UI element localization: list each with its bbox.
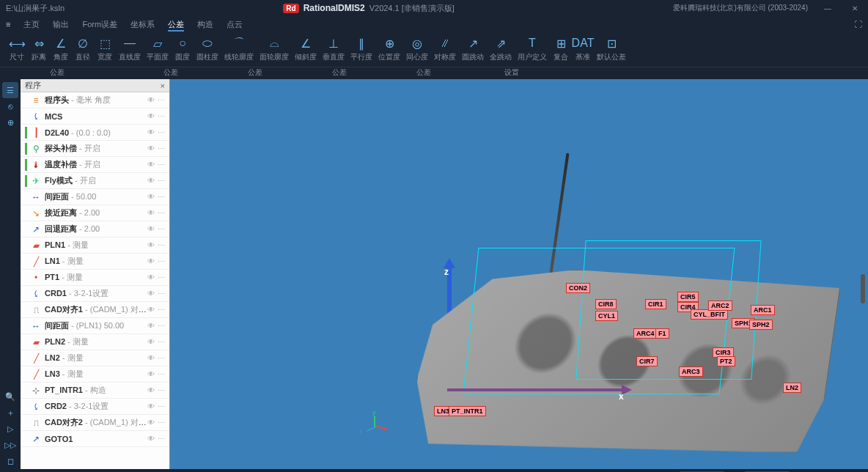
visibility-icon[interactable]: 👁 [147,128,155,136]
stop-icon[interactable]: ◻ [2,453,18,469]
menu-item-1[interactable]: 输出 [53,20,69,30]
tree-item-PT_INTR1[interactable]: ⊹PT_INTR1 - 构造👁⋯ [21,383,169,399]
ribbon-对称度[interactable]: ⫽对称度 [431,35,459,62]
3d-viewport[interactable]: z x CON2CIR8CYL1CIR1CIR5CIR4CYL_BFITARC2… [170,79,868,469]
more-icon[interactable]: ⋯ [158,241,165,249]
tree-item-PLN2[interactable]: ▰PLN2 - 测量👁⋯ [21,334,169,350]
tree-item-GOTO1[interactable]: ↗GOTO1👁⋯ [21,431,169,447]
more-icon[interactable]: ⋯ [158,96,165,104]
visibility-icon[interactable]: 👁 [147,225,155,233]
visibility-icon[interactable]: 👁 [147,209,155,217]
more-icon[interactable]: ⋯ [158,370,165,378]
ribbon-位置度[interactable]: ⊕位置度 [375,35,403,62]
feature-label-ARC2[interactable]: ARC2 [708,300,732,311]
ribbon-同心度[interactable]: ◎同心度 [403,35,431,62]
feature-label-ARC3[interactable]: ARC3 [679,366,703,377]
feature-label-CON2[interactable]: CON2 [566,283,590,293]
menu-item-0[interactable]: 主页 [23,20,40,30]
menu-right-icon[interactable]: ⛶ [854,20,862,29]
ribbon-角度[interactable]: ∠角度 [50,35,72,62]
ribbon-直线度[interactable]: —直线度 [116,35,144,62]
visibility-icon[interactable]: 👁 [147,435,155,443]
ribbon-复合[interactable]: ⊞复合 [550,35,572,62]
ribbon-垂直度[interactable]: ⊥垂直度 [320,35,347,62]
more-icon[interactable]: ⋯ [158,144,165,152]
tree-item-CAD对齐2[interactable]: ⎍CAD对齐2 - (CADM_1) 对齐于 (CRD2)👁⋯ [21,415,169,431]
more-icon[interactable]: ⋯ [158,193,165,201]
tree-item-温度补偿[interactable]: 🌡温度补偿 - 开启👁⋯ [21,157,169,173]
tree-item-PLN1[interactable]: ▰PLN1 - 测量👁⋯ [21,237,169,254]
step-icon[interactable]: ▷▷ [2,437,18,453]
more-icon[interactable]: ⋯ [158,257,165,265]
more-icon[interactable]: ⋯ [158,338,165,346]
menu-hamburger[interactable]: ≡ [6,20,10,29]
tree-icon[interactable]: ⎋ [2,98,18,114]
ribbon-圆跳动[interactable]: ↗圆跳动 [459,35,487,62]
add-icon[interactable]: ＋ [2,405,18,421]
ribbon-直径[interactable]: ∅直径 [72,35,94,62]
more-icon[interactable]: ⋯ [158,322,165,330]
tree-close-button[interactable]: × [161,81,165,90]
ribbon-全跳动[interactable]: ⇗全跳动 [487,35,515,62]
ribbon-线轮廓度[interactable]: ⌒线轮廓度 [221,35,257,62]
feature-label-LN2[interactable]: LN2 [783,383,801,393]
visibility-icon[interactable]: 👁 [147,193,155,201]
visibility-icon[interactable]: 👁 [147,144,155,152]
menu-item-5[interactable]: 构造 [197,20,213,30]
menu-item-6[interactable]: 点云 [227,20,243,30]
more-icon[interactable]: ⋯ [158,209,165,217]
feature-label-CIR5[interactable]: CIR5 [677,292,699,302]
menu-item-4[interactable]: 公差 [168,20,184,32]
tree-item-回退距离[interactable]: ↗回退距离 - 2.00👁⋯ [21,221,169,237]
ribbon-尺寸[interactable]: ⟷尺寸 [6,35,28,62]
visibility-icon[interactable]: 👁 [147,306,155,314]
visibility-icon[interactable]: 👁 [147,354,155,362]
more-icon[interactable]: ⋯ [158,161,165,169]
feature-label-PT2[interactable]: PT2 [717,356,735,366]
more-icon[interactable]: ⋯ [158,354,165,362]
ribbon-基准[interactable]: DAT基准 [572,35,594,62]
visibility-icon[interactable]: 👁 [147,370,155,378]
visibility-icon[interactable]: 👁 [147,402,155,410]
tree-item-LN1[interactable]: ╱LN1 - 测量👁⋯ [21,254,169,270]
feature-label-CIR8[interactable]: CIR8 [595,299,617,309]
more-icon[interactable]: ⋯ [158,177,165,185]
feature-label-SPH2[interactable]: SPH2 [749,320,773,330]
tree-item-CRD1[interactable]: ⤹CRD1 - 3-2-1设置👁⋯ [21,286,169,302]
ribbon-距离[interactable]: ⇔距离 [28,35,50,62]
more-icon[interactable]: ⋯ [158,273,165,281]
visibility-icon[interactable]: 👁 [147,112,155,120]
cloud-icon[interactable]: ⊕ [2,114,18,130]
more-icon[interactable]: ⋯ [158,386,165,394]
tree-item-间距面[interactable]: ↔间距面 - 50.00👁⋯ [21,189,169,205]
more-icon[interactable]: ⋯ [158,306,165,314]
tree-list[interactable]: ≡程序头 - 毫米 角度👁⋯⤹MCS👁⋯┃D2L40 - (0.0 : 0.0)… [21,92,169,469]
scrollbar[interactable] [861,274,865,303]
visibility-icon[interactable]: 👁 [147,322,155,330]
ribbon-默认公差[interactable]: ⊡默认公差 [594,35,629,62]
close-button[interactable]: ✕ [847,4,862,12]
tree-item-MCS[interactable]: ⤹MCS👁⋯ [21,108,169,125]
more-icon[interactable]: ⋯ [158,418,165,427]
visibility-icon[interactable]: 👁 [147,241,155,249]
visibility-icon[interactable]: 👁 [147,418,155,427]
ribbon-倾斜度[interactable]: ∠倾斜度 [292,35,320,62]
ribbon-圆度[interactable]: ○圆度 [172,35,194,62]
search-icon[interactable]: 🔍 [2,388,18,405]
visibility-icon[interactable]: 👁 [147,290,155,298]
visibility-icon[interactable]: 👁 [147,386,155,394]
ribbon-平行度[interactable]: ∥平行度 [347,35,375,62]
visibility-icon[interactable]: 👁 [147,273,155,281]
tree-item-CAD对齐1[interactable]: ⎍CAD对齐1 - (CADM_1) 对齐于 (CRD1)👁⋯ [21,302,169,318]
tree-item-程序头[interactable]: ≡程序头 - 毫米 角度👁⋯ [21,92,169,108]
feature-label-CIR7[interactable]: CIR7 [636,356,658,366]
ribbon-圆柱度[interactable]: ⬭圆柱度 [194,35,221,62]
visibility-icon[interactable]: 👁 [147,96,155,104]
visibility-icon[interactable]: 👁 [147,177,155,185]
ribbon-宽度[interactable]: ⬚宽度 [94,35,116,62]
tree-item-Fly模式[interactable]: ✈Fly模式 - 开启👁⋯ [21,173,169,189]
orientation-gizmo[interactable]: x y z [361,413,387,440]
more-icon[interactable]: ⋯ [158,402,165,410]
feature-label-CIR1[interactable]: CIR1 [645,299,666,309]
more-icon[interactable]: ⋯ [158,290,165,298]
